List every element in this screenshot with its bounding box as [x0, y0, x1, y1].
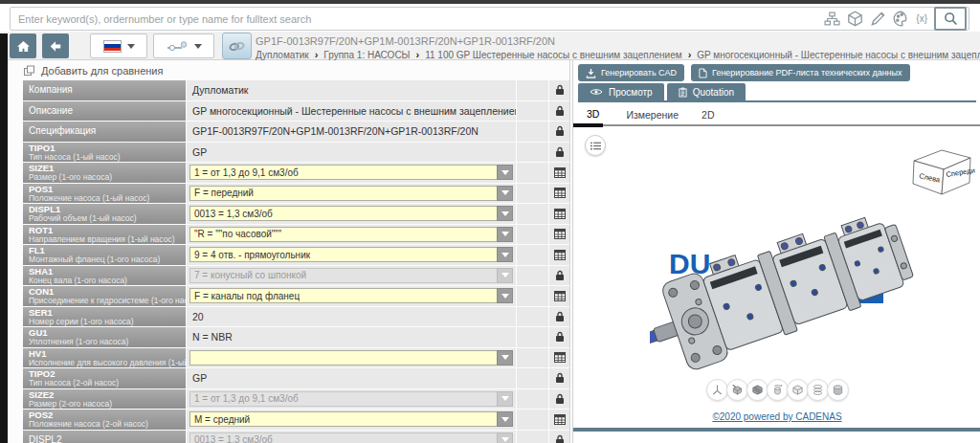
dropdown-value: 1 = от 1,3 до 9,1 см3/об — [194, 167, 299, 178]
table-icon[interactable] — [554, 209, 566, 219]
value-dropdown[interactable]: F = каналы под фланец — [189, 288, 513, 303]
sitemap-icon[interactable] — [824, 11, 840, 27]
row-label: Описание — [23, 101, 186, 122]
dropdown-arrow-button[interactable] — [497, 288, 513, 303]
row-label: FL1 Монтажный фланец (1-ого насоса) — [23, 245, 186, 265]
lock-icon — [555, 372, 565, 384]
row-action-cell — [549, 410, 569, 430]
row-value-cell: 20 — [187, 307, 516, 327]
solid-view-button[interactable] — [787, 379, 809, 401]
table-icon[interactable] — [554, 250, 566, 260]
value-dropdown[interactable]: "R = ""по часовой""" — [189, 227, 513, 242]
value-dropdown[interactable]: 0013 = 1,3 см3/об — [189, 206, 513, 221]
back-button[interactable] — [42, 33, 69, 58]
shaded-view-button[interactable] — [827, 379, 849, 401]
tab-preview[interactable]: Просмотр — [578, 83, 664, 100]
part-number-title: GP1F-0013R97F/20N+GP1M-0013RF/20N+GP1R-0… — [256, 35, 555, 47]
breadcrumb-item[interactable]: Группа 1: НАСОСЫ — [323, 50, 410, 60]
dropdown-arrow-button[interactable] — [497, 350, 513, 365]
table-row: DISPL2 0013 = 1,3 см3/об — [23, 431, 569, 443]
search-bar: {x} — [10, 7, 969, 31]
lock-icon — [555, 146, 565, 158]
table-icon[interactable] — [554, 229, 566, 239]
row-action-cell — [549, 225, 569, 245]
parameter-code: ROT1 — [29, 226, 186, 235]
palette-icon[interactable] — [893, 11, 909, 27]
viewport-3d[interactable]: Слева Спереди DU — [573, 128, 980, 428]
section-view-button[interactable] — [746, 379, 768, 401]
table-icon[interactable] — [554, 414, 566, 425]
generate-cad-button[interactable]: Генерировать CAD — [578, 64, 684, 81]
cube-icon[interactable] — [847, 11, 863, 27]
generate-pdf-button[interactable]: Генерирование PDF-листа технических данн… — [691, 64, 909, 81]
parameter-description: Положение насоса (1-ый насос) — [29, 194, 186, 203]
dropdown-value: F = передний — [194, 188, 254, 198]
table-row: SIZE2 Размер (2-ого насоса) 1 = от 1,3 д… — [23, 389, 569, 410]
compare-button[interactable]: Добавить для сравнения — [8, 60, 569, 80]
dropdown-arrow-button[interactable] — [497, 186, 513, 201]
dropdown-value: 9 = 4 отв. - прямоугольник — [194, 250, 310, 260]
row-action-cell — [549, 184, 569, 204]
lock-icon — [555, 434, 565, 443]
rotate-button[interactable] — [767, 379, 789, 401]
table-icon[interactable] — [554, 352, 566, 363]
dropdown-arrow-button[interactable] — [497, 247, 513, 262]
language-dropdown[interactable] — [90, 33, 147, 58]
value-dropdown[interactable]: 9 = 4 отв. - прямоугольник — [189, 247, 513, 262]
table-row: Спецификация GP1F-0013R97F/20N+GP1M-0013… — [23, 122, 569, 142]
pencil-icon[interactable] — [870, 11, 886, 27]
row-spacer-cell — [517, 431, 548, 443]
isometric-cube-icon — [731, 384, 744, 396]
dropdown-arrow-button[interactable] — [497, 206, 513, 221]
home-button[interactable] — [10, 33, 36, 58]
value-dropdown[interactable]: M = средний — [189, 411, 513, 427]
cadenas-link[interactable]: ©2020 powered by CADENAS — [712, 411, 841, 422]
parameter-code: HV1 — [29, 349, 186, 359]
parameter-description: Рабочий объем (1-ый насос) — [29, 214, 186, 223]
table-icon[interactable] — [554, 188, 566, 198]
table-icon[interactable] — [554, 167, 566, 178]
dropdown-arrow-button — [497, 268, 513, 283]
chevron-down-icon — [194, 44, 202, 49]
axes-button[interactable] — [706, 379, 728, 401]
subtab[interactable]: 3D — [573, 108, 603, 127]
parameter-code: Описание — [29, 106, 186, 116]
subtab[interactable]: Измерение — [626, 109, 679, 124]
value-dropdown[interactable]: 1 = от 1,3 до 9,1 см3/об — [189, 165, 513, 180]
viewer-menu-button[interactable] — [585, 135, 606, 156]
dropdown-value: 7 = конусный со шпонкой — [194, 270, 306, 280]
dropdown-arrow-button[interactable] — [497, 411, 513, 427]
slider-icon — [166, 40, 189, 53]
value-dropdown[interactable]: F = передний — [189, 186, 513, 201]
dropdown-arrow-button[interactable] — [497, 227, 513, 242]
table-icon[interactable] — [554, 291, 566, 301]
units-dropdown[interactable] — [153, 33, 214, 58]
row-label: ROT1 Направлением вращения (1-ый насос) — [23, 225, 186, 245]
dropdown-arrow-button[interactable] — [497, 165, 513, 180]
row-action-cell — [549, 286, 569, 306]
search-input[interactable] — [11, 13, 824, 25]
breadcrumb-item[interactable]: GP многосекционный - Шестеренные насосы … — [697, 50, 980, 60]
subtab[interactable]: 2D — [702, 109, 714, 124]
breadcrumb-separator: › — [682, 49, 698, 60]
search-button[interactable] — [934, 7, 967, 31]
variables-icon[interactable]: {x} — [916, 11, 927, 27]
table-row: CON1 Присоединение к гидросистеме (1-ого… — [23, 286, 569, 306]
breadcrumb-item[interactable]: 11 100 GP Шестеренные насосы с внешним з… — [425, 50, 681, 60]
row-action-cell — [549, 122, 569, 142]
viewer-toolbar — [573, 379, 980, 401]
isometric-view-button[interactable] — [726, 379, 748, 401]
orientation-view-cube[interactable]: Слева Спереди — [908, 145, 975, 199]
row-action-cell — [549, 80, 569, 100]
parameter-description: Положение насоса (2-ой насос) — [29, 420, 186, 429]
row-spacer-cell — [517, 327, 548, 347]
tab-quotation[interactable]: Quotation — [667, 83, 746, 100]
parameter-code: SHA1 — [29, 267, 186, 277]
breadcrumb-item[interactable]: Дупломатик — [256, 50, 309, 60]
pump-model: DU — [650, 195, 918, 387]
row-value-cell: GP многосекционный - Шестеренные насосы … — [187, 101, 516, 122]
chain-link-button[interactable] — [222, 33, 252, 59]
table-row: SER1 Номер серии (1-ого насоса) 20 — [23, 307, 569, 327]
value-dropdown[interactable] — [189, 350, 513, 365]
wireframe-view-button[interactable] — [807, 379, 829, 401]
